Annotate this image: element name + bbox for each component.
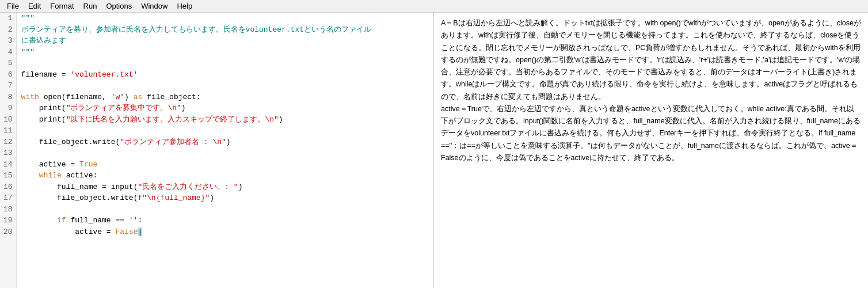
line-num-16: 16 — [3, 181, 13, 193]
line-num-7: 7 — [3, 80, 13, 92]
line-num-19: 19 — [3, 215, 13, 226]
code-line-6: filename = 'volunteer.txt' — [21, 69, 429, 81]
main-content: 1 2 3 4 5 6 7 8 9 10 11 12 13 14 15 16 1… — [0, 13, 868, 288]
code-line-16: full_name = input("氏名をご入力ください。: ") — [21, 181, 429, 193]
line-num-6: 6 — [3, 69, 13, 81]
text-panel: A＝Bは右辺から左辺へと読み解く。ドットtxtは拡張子です。with open(… — [434, 13, 868, 288]
menubar: File Edit Format Run Options Window Help — [0, 0, 868, 13]
code-line-8: with open(filename, 'w') as file_object: — [21, 92, 429, 103]
line-num-11: 11 — [3, 125, 13, 137]
line-num-5: 5 — [3, 58, 13, 69]
menu-file[interactable]: File — [2, 1, 24, 12]
code-line-2: ボランティアを募り、参加者に氏名を入力してもらいます。氏名をvolunteer.… — [21, 24, 429, 36]
line-num-13: 13 — [3, 147, 13, 159]
line-num-12: 12 — [3, 137, 13, 148]
code-area: 1 2 3 4 5 6 7 8 9 10 11 12 13 14 15 16 1… — [0, 13, 433, 288]
menu-help[interactable]: Help — [172, 1, 197, 12]
code-line-9: print("ボランティアを募集中です。\n") — [21, 103, 429, 114]
code-line-15: while active: — [21, 170, 429, 181]
code-line-5 — [21, 58, 429, 69]
code-panel[interactable]: 1 2 3 4 5 6 7 8 9 10 11 12 13 14 15 16 1… — [0, 13, 434, 288]
menu-options[interactable]: Options — [101, 1, 136, 12]
code-line-7 — [21, 80, 429, 92]
code-line-19: if full_name == '': — [21, 215, 429, 226]
code-content[interactable]: """ ボランティアを募り、参加者に氏名を入力してもらいます。氏名をvolunt… — [17, 13, 433, 288]
explanation-text: A＝Bは右辺から左辺へと読み解く。ドットtxtは拡張子です。with open(… — [441, 17, 861, 164]
line-numbers: 1 2 3 4 5 6 7 8 9 10 11 12 13 14 15 16 1… — [0, 13, 17, 288]
code-line-17: file_object.write(f"\n{full_name}") — [21, 192, 429, 204]
line-num-18: 18 — [3, 204, 13, 215]
line-num-2: 2 — [3, 24, 13, 36]
code-line-20: active = False| — [21, 226, 429, 238]
line-num-3: 3 — [3, 35, 13, 47]
line-num-4: 4 — [3, 47, 13, 58]
menu-format[interactable]: Format — [45, 1, 78, 12]
code-line-10: print("以下に氏名を入力願います。入力スキップで終了します。\n") — [21, 114, 429, 126]
code-line-4: """ — [21, 47, 429, 58]
code-line-18 — [21, 204, 429, 215]
line-num-15: 15 — [3, 170, 13, 181]
line-num-20: 20 — [3, 226, 13, 238]
code-line-1: """ — [21, 13, 429, 24]
menu-edit[interactable]: Edit — [24, 1, 45, 12]
menu-run[interactable]: Run — [79, 1, 102, 12]
line-num-10: 10 — [3, 114, 13, 126]
line-num-9: 9 — [3, 103, 13, 114]
menu-window[interactable]: Window — [136, 1, 172, 12]
line-num-8: 8 — [3, 92, 13, 103]
line-num-1: 1 — [3, 13, 13, 24]
code-line-14: active = True — [21, 159, 429, 170]
line-num-17: 17 — [3, 192, 13, 204]
code-line-11 — [21, 125, 429, 137]
line-num-14: 14 — [3, 159, 13, 170]
code-line-13 — [21, 147, 429, 159]
code-line-3: に書込みます — [21, 35, 429, 47]
code-line-12: file_object.write("ボランティア参加者名 : \n") — [21, 137, 429, 148]
